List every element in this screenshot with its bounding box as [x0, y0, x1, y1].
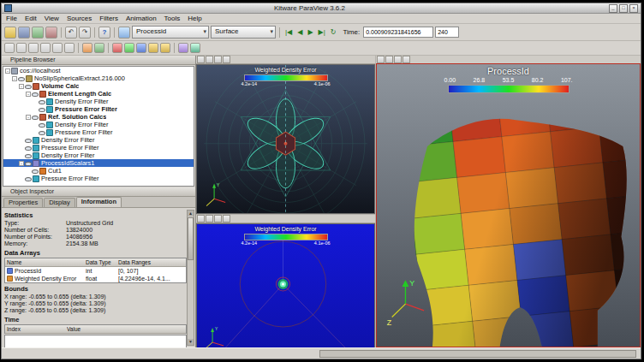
close-button[interactable]: × [629, 4, 638, 13]
visibility-eye-icon[interactable] [25, 138, 32, 143]
visibility-eye-icon[interactable] [39, 107, 45, 112]
menu-edit[interactable]: Edit [25, 15, 37, 23]
pipeline-item[interactable]: -Volume Calc [3, 82, 194, 90]
camera-x-axis-icon[interactable] [112, 43, 122, 53]
split-horizontal-icon[interactable] [197, 56, 205, 63]
visibility-eye-icon[interactable] [32, 92, 39, 97]
disconnect-icon[interactable] [45, 27, 57, 39]
visibility-eye-icon[interactable] [32, 115, 39, 120]
save-icon[interactable] [18, 27, 30, 39]
visibility-eye-icon[interactable] [39, 130, 45, 135]
pipeline-item[interactable]: Density Error Filter [3, 98, 194, 105]
vcr-last-frame-button[interactable]: ▶| [317, 27, 327, 39]
rotate-90-ccw-icon[interactable] [160, 43, 170, 53]
interact-icon[interactable] [64, 43, 75, 53]
menu-tools[interactable]: Tools [164, 15, 181, 23]
maximize-view-icon[interactable] [214, 56, 222, 63]
time-value-input[interactable] [363, 27, 433, 38]
menu-file[interactable]: File [6, 15, 17, 23]
pipeline-browser-header[interactable]: Pipeline Browser [2, 56, 195, 65]
visibility-eye-icon[interactable] [32, 169, 39, 174]
pipeline-item[interactable]: Density Error Filter [3, 121, 194, 128]
undo-icon[interactable]: ↶ [65, 27, 77, 39]
expander-icon[interactable]: - [26, 115, 31, 120]
info-scrollbar[interactable]: ▲ ▼ [187, 210, 194, 346]
color-legend-top[interactable]: Weighted Density Error 4.2e-14 4.1e-06 [242, 67, 331, 86]
visibility-eye-icon[interactable] [39, 122, 45, 128]
pipeline-item[interactable]: Pressure Error Filter [3, 128, 194, 136]
select-surface-cells-icon[interactable] [4, 43, 15, 53]
vcr-play-button[interactable]: ▶ [306, 27, 314, 39]
select-block-icon[interactable] [52, 43, 63, 53]
select-surface-points-icon[interactable] [16, 43, 27, 53]
pipeline-item[interactable]: -cos://localhost [3, 67, 194, 74]
pipeline-item[interactable]: -Element Length Calc [3, 90, 194, 98]
visibility-eye-icon[interactable] [39, 99, 45, 104]
render-view-top[interactable]: Y Weighted Density Error 4.2e-14 4.1e-06 [196, 64, 375, 214]
rotate-90-cw-icon[interactable] [148, 43, 158, 53]
frame-spinbox[interactable] [435, 27, 459, 38]
help-icon[interactable]: ? [98, 27, 110, 39]
pipeline-item[interactable]: Cut1 [3, 167, 194, 175]
render-view-bottom[interactable]: Y Weighted Density Error 4.2e-14 4.1e-06 [196, 223, 375, 359]
expander-icon[interactable]: - [19, 161, 24, 166]
menu-sources[interactable]: Sources [67, 15, 92, 23]
visibility-eye-icon[interactable] [25, 176, 32, 181]
scroll-down-icon[interactable]: ▼ [188, 339, 194, 345]
close-view-icon[interactable] [223, 215, 230, 223]
scroll-up-icon[interactable]: ▲ [188, 211, 194, 217]
color-map-icon[interactable] [118, 27, 130, 39]
time-table-body[interactable] [4, 335, 187, 347]
split-horizontal-icon[interactable] [377, 56, 385, 63]
maximize-view-icon[interactable] [214, 215, 222, 223]
tab-display[interactable]: Display [44, 198, 75, 207]
pipeline-tree[interactable]: -cos://localhost-NoSlipSphericalExtract.… [3, 66, 194, 187]
open-file-icon[interactable] [4, 27, 16, 39]
vcr-first-frame-button[interactable]: |◀ [283, 27, 294, 39]
redo-icon[interactable]: ↷ [79, 27, 91, 39]
object-inspector-header[interactable]: Object Inspector [2, 187, 195, 197]
visibility-eye-icon[interactable] [25, 145, 32, 151]
zoom-to-data-icon[interactable] [94, 43, 104, 53]
color-legend-bottom[interactable]: Weighted Density Error 4.2e-14 4.1e-06 [242, 226, 331, 246]
pipeline-item[interactable]: Density Error Filter [3, 151, 194, 159]
expander-icon[interactable]: - [19, 84, 24, 89]
maximize-view-icon[interactable] [394, 56, 402, 63]
menu-view[interactable]: View [45, 15, 59, 23]
color-legend-processid[interactable]: ProcessId 0.00 26.8 53.5 80.2 107. [444, 66, 573, 93]
close-view-icon[interactable] [223, 56, 230, 63]
reset-camera-icon[interactable] [82, 43, 92, 53]
visibility-eye-icon[interactable] [25, 161, 32, 166]
expander-icon[interactable]: - [12, 76, 17, 81]
vcr-loop-button[interactable]: ↻ [329, 27, 338, 39]
expander-icon[interactable]: - [26, 92, 31, 97]
menu-filters[interactable]: Filters [99, 15, 118, 23]
pipeline-item[interactable]: Density Error Filter [3, 136, 194, 144]
expander-icon[interactable]: - [5, 68, 10, 74]
select-frustum-cells-icon[interactable] [28, 43, 39, 53]
center-axes-icon[interactable] [190, 43, 200, 53]
color-by-combo[interactable]: Processid [132, 26, 209, 39]
visibility-eye-icon[interactable] [25, 84, 32, 89]
split-vertical-icon[interactable] [206, 215, 213, 223]
close-view-icon[interactable] [402, 56, 410, 63]
pipeline-item[interactable]: -Ref. Solution Calcs [3, 113, 194, 121]
maximize-button[interactable]: □ [619, 4, 628, 13]
pipeline-item[interactable]: Pressure Error Filter [3, 144, 194, 151]
representation-combo[interactable]: Surface [211, 26, 276, 39]
menu-help[interactable]: Help [188, 15, 201, 23]
visibility-eye-icon[interactable] [25, 153, 32, 158]
pipeline-item[interactable]: -ProcessIdScalars1 [3, 159, 194, 167]
pipeline-item[interactable]: Pressure Error Filter [3, 105, 194, 113]
camera-z-axis-icon[interactable] [136, 43, 146, 53]
split-vertical-icon[interactable] [206, 56, 213, 63]
pipeline-item[interactable]: Pressure Error Filter [3, 175, 194, 182]
select-frustum-points-icon[interactable] [40, 43, 51, 53]
data-array-row[interactable]: Weighted Density Errorfloat[4.22496e-14,… [5, 275, 186, 282]
ruler-icon[interactable] [178, 43, 188, 53]
visibility-eye-icon[interactable] [18, 76, 25, 81]
split-horizontal-icon[interactable] [197, 215, 205, 223]
minimize-button[interactable]: _ [609, 4, 617, 13]
connect-icon[interactable] [32, 27, 44, 39]
vcr-previous-frame-button[interactable]: ◀ [295, 27, 304, 39]
